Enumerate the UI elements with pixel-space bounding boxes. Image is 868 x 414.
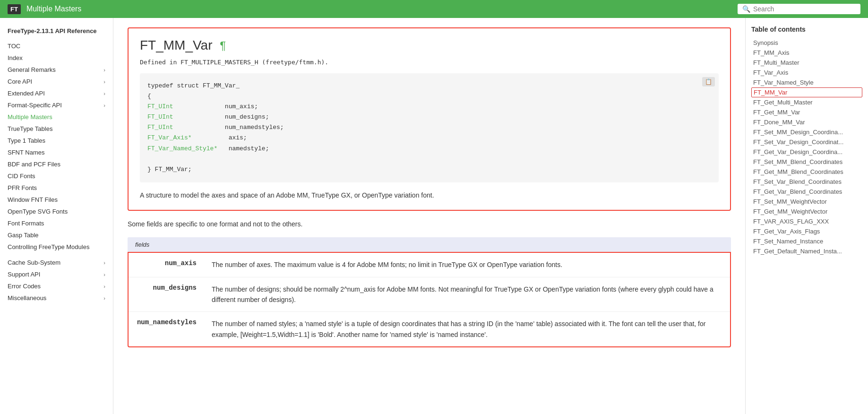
toc-item-synopsis[interactable]: Synopsis: [751, 38, 862, 48]
sidebar-item-label: Error Codes: [8, 283, 41, 290]
field-label: num_designs: [129, 277, 204, 312]
table-row: num_namedstylesThe number of named style…: [129, 312, 730, 346]
fields-table-container: num_axisThe number of axes. The maximum …: [128, 252, 731, 347]
site-title: Multiple Masters: [26, 5, 738, 13]
sidebar-item-label: Miscellaneous: [8, 294, 46, 302]
toc-item-ft-get-var-axis-flags[interactable]: FT_Get_Var_Axis_Flags: [751, 226, 862, 236]
pilcrow-icon: ¶: [220, 39, 226, 52]
toc-item-ft-get-multi-master[interactable]: FT_Get_Multi_Master: [751, 97, 862, 107]
fields-table: num_axisThe number of axes. The maximum …: [129, 253, 730, 346]
field-label: num_axis: [129, 253, 204, 277]
fields-header: fields: [128, 237, 731, 252]
field-description: The number of named styles; a 'named sty…: [204, 312, 730, 346]
sidebar-item-label: Window FNT Files: [8, 196, 58, 203]
sidebar-item-font-formats[interactable]: Font Formats: [0, 217, 113, 229]
toc-item-ft-get-mm-weightvector[interactable]: FT_Get_MM_WeightVector: [751, 207, 862, 216]
sidebar-item-sfnt-names[interactable]: SFNT Names: [0, 147, 113, 158]
chevron-right-icon: ›: [103, 284, 105, 289]
description-text: A structure to model the axes and space …: [140, 190, 719, 200]
chevron-right-icon: ›: [103, 272, 105, 277]
field-description: The number of designs; should be normall…: [204, 277, 730, 312]
copy-button[interactable]: 📋: [702, 77, 715, 86]
sidebar-item-pfr-fonts[interactable]: PFR Fonts: [0, 182, 113, 194]
sidebar-item-truetype-tables[interactable]: TrueType Tables: [0, 123, 113, 135]
toc-item-ft-mm-var[interactable]: FT_MM_Var: [751, 87, 862, 97]
sidebar-item-label: SFNT Names: [8, 149, 45, 156]
toc-item-ft-get-default-named-insta[interactable]: FT_Get_Default_Named_Insta...: [751, 246, 862, 256]
some-fields-text: Some fields are specific to one format a…: [128, 220, 731, 228]
sidebar-item-toc[interactable]: TOC: [0, 40, 113, 52]
fields-tbody: num_axisThe number of axes. The maximum …: [129, 253, 730, 346]
sidebar-item-extended-api[interactable]: Extended API›: [0, 87, 113, 99]
field-description: The number of axes. The maximum value is…: [204, 253, 730, 277]
sidebar-item-multiple-masters[interactable]: Multiple Masters: [0, 111, 113, 123]
toc-item-ft-set-mm-weightvector[interactable]: FT_Set_MM_WeightVector: [751, 197, 862, 207]
fields-section: fields num_axisThe number of axes. The m…: [128, 237, 731, 347]
sidebar-items: TOCIndexGeneral Remarks›Core API›Extende…: [0, 40, 113, 304]
toc-item-ft-set-var-blend-coordinates[interactable]: FT_Set_Var_Blend_Coordinates: [751, 177, 862, 187]
main-content: FT_MM_Var ¶ Defined in FT_MULTIPLE_MASTE…: [113, 18, 745, 414]
defined-in: Defined in FT_MULTIPLE_MASTERS_H (freety…: [140, 59, 719, 66]
code-block: 📋 typedef struct FT_MM_Var_{ FT_UInt num…: [140, 73, 719, 182]
toc-item-ft-var-axis-flag-xxx[interactable]: FT_VAR_AXIS_FLAG_XXX: [751, 216, 862, 226]
sidebar-item-type1-tables[interactable]: Type 1 Tables: [0, 135, 113, 147]
code-lines: typedef struct FT_MM_Var_{ FT_UInt num_a…: [147, 81, 711, 175]
toc-item-ft-mm-axis[interactable]: FT_MM_Axis: [751, 48, 862, 58]
toc-item-ft-set-var-design-coordinat[interactable]: FT_Set_Var_Design_Coordinat...: [751, 137, 862, 147]
toc-title: Table of contents: [751, 26, 862, 33]
search-bar[interactable]: 🔍: [738, 4, 860, 14]
sidebar-item-label: Font Formats: [8, 220, 44, 227]
sidebar-item-index[interactable]: Index: [0, 52, 113, 64]
sidebar-item-core-api[interactable]: Core API›: [0, 76, 113, 87]
sidebar-item-label: BDF and PCF Files: [8, 161, 60, 168]
sidebar-item-support-api[interactable]: Support API›: [0, 268, 113, 280]
sidebar-item-format-specific-api[interactable]: Format-Specific API›: [0, 99, 113, 111]
chevron-right-icon: ›: [103, 295, 105, 301]
chevron-right-icon: ›: [103, 67, 105, 73]
sidebar-item-label: General Remarks: [8, 66, 56, 73]
sidebar-item-label: Format-Specific API: [8, 102, 62, 109]
sidebar-item-label: OpenType SVG Fonts: [8, 208, 68, 215]
chevron-right-icon: ›: [103, 260, 105, 266]
chevron-right-icon: ›: [103, 79, 105, 85]
sidebar-item-error-codes[interactable]: Error Codes›: [0, 280, 113, 292]
sidebar-item-label: Multiple Masters: [8, 113, 52, 121]
sidebar-item-label: TOC: [8, 43, 20, 50]
toc-item-ft-get-var-design-coordina[interactable]: FT_Get_Var_Design_Coordina...: [751, 147, 862, 157]
toc-panel: Table of contents SynopsisFT_MM_AxisFT_M…: [745, 18, 868, 414]
toc-item-ft-set-mm-design-coordina[interactable]: FT_Set_MM_Design_Coordina...: [751, 127, 862, 137]
sidebar-item-miscellaneous[interactable]: Miscellaneous›: [0, 292, 113, 304]
sidebar: FreeType-2.13.1 API Reference TOCIndexGe…: [0, 18, 113, 414]
toc-items: SynopsisFT_MM_AxisFT_Multi_MasterFT_Var_…: [751, 38, 862, 256]
sidebar-item-cid-fonts[interactable]: CID Fonts: [0, 170, 113, 182]
toc-item-ft-get-var-blend-coordinates[interactable]: FT_Get_Var_Blend_Coordinates: [751, 187, 862, 197]
sidebar-item-controlling-freetype-modules[interactable]: Controlling FreeType Modules: [0, 241, 113, 253]
table-row: num_axisThe number of axes. The maximum …: [129, 253, 730, 277]
sidebar-item-label: TrueType Tables: [8, 125, 52, 132]
toc-item-ft-get-mm-blend-coordinates[interactable]: FT_Get_MM_Blend_Coordinates: [751, 167, 862, 177]
sidebar-item-window-fnt-files[interactable]: Window FNT Files: [0, 194, 113, 206]
toc-item-ft-var-named-style[interactable]: FT_Var_Named_Style: [751, 78, 862, 87]
toc-item-ft-set-named-instance[interactable]: FT_Set_Named_Instance: [751, 236, 862, 246]
sidebar-item-label: Cache Sub-System: [8, 259, 60, 266]
toc-item-ft-var-axis[interactable]: FT_Var_Axis: [751, 68, 862, 78]
toc-item-ft-set-mm-blend-coordinates[interactable]: FT_Set_MM_Blend_Coordinates: [751, 157, 862, 167]
toc-item-ft-get-mm-var[interactable]: FT_Get_MM_Var: [751, 107, 862, 117]
sidebar-item-label: Controlling FreeType Modules: [8, 243, 89, 250]
sidebar-item-bdf-pcf-files[interactable]: BDF and PCF Files: [0, 158, 113, 170]
logo: FT: [8, 4, 21, 14]
page-title-area: FT_MM_Var ¶ Defined in FT_MULTIPLE_MASTE…: [128, 27, 731, 211]
search-input[interactable]: [753, 5, 856, 13]
main-layout: FreeType-2.13.1 API Reference TOCIndexGe…: [0, 18, 868, 414]
toc-item-ft-multi-master[interactable]: FT_Multi_Master: [751, 58, 862, 68]
sidebar-item-label: Extended API: [8, 90, 45, 97]
sidebar-header: FreeType-2.13.1 API Reference: [0, 26, 113, 40]
sidebar-item-opentype-svg-fonts[interactable]: OpenType SVG Fonts: [0, 206, 113, 217]
sidebar-item-label: Core API: [8, 78, 32, 85]
sidebar-item-general-remarks[interactable]: General Remarks›: [0, 64, 113, 76]
search-icon: 🔍: [742, 5, 750, 13]
toc-item-ft-done-mm-var[interactable]: FT_Done_MM_Var: [751, 117, 862, 127]
sidebar-item-cache-sub-system[interactable]: Cache Sub-System›: [0, 257, 113, 268]
top-nav: FT Multiple Masters 🔍: [0, 0, 868, 18]
sidebar-item-gasp-table[interactable]: Gasp Table: [0, 229, 113, 241]
